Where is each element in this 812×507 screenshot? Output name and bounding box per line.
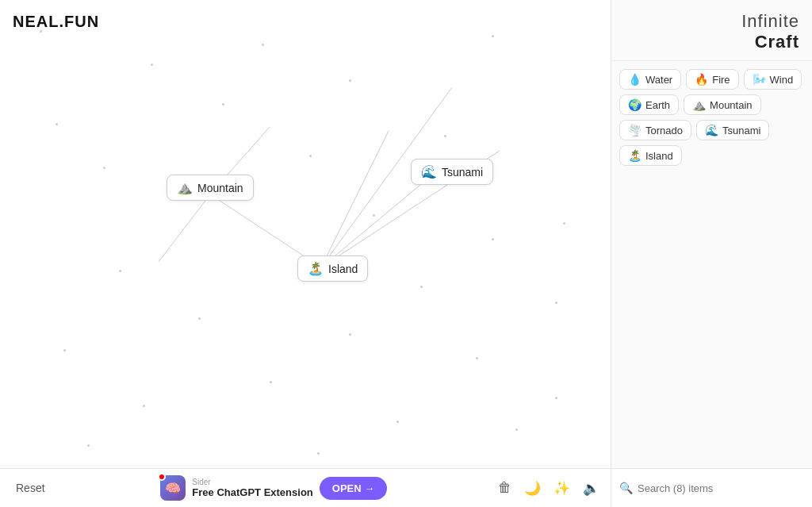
ad-open-button[interactable]: OPEN → <box>320 477 387 500</box>
sidebar-element-tornado[interactable]: 🌪️ Tornado <box>619 120 691 140</box>
tsunami-emoji: 🌊 <box>421 164 437 179</box>
ad-source: Sider <box>192 478 312 486</box>
dot <box>555 302 557 304</box>
dot <box>151 63 153 66</box>
star-icon[interactable]: ✨ <box>553 480 570 497</box>
bottom-bar: Reset 🧠 Sider Free ChatGPT Extension OPE… <box>0 468 812 507</box>
tsunami-label: Tsunami <box>442 166 483 179</box>
svg-line-1 <box>321 173 435 267</box>
moon-icon[interactable]: 🌙 <box>524 480 541 497</box>
volume-icon[interactable]: 🔈 <box>583 480 599 497</box>
dot <box>373 214 375 217</box>
node-tsunami[interactable]: 🌊 Tsunami <box>411 159 493 185</box>
logo: NEAL.FUN <box>13 13 99 31</box>
wind-label: Wind <box>770 74 794 86</box>
dot <box>563 222 565 225</box>
title-line1: Infinite <box>624 11 799 32</box>
sidebar-element-wind[interactable]: 🌬️ Wind <box>744 69 802 90</box>
tornado-label: Tornado <box>645 125 683 136</box>
search-input[interactable] <box>638 482 804 494</box>
tsunami-sidebar-label: Tsunami <box>722 125 760 136</box>
dot <box>56 123 58 125</box>
mountain-emoji: ⛰️ <box>177 180 193 195</box>
earth-emoji: 🌍 <box>628 98 642 111</box>
node-mountain[interactable]: ⛰️ Mountain <box>167 175 254 201</box>
sidebar-element-fire[interactable]: 🔥 Fire <box>686 69 738 90</box>
island-sidebar-emoji: 🏝️ <box>628 149 642 162</box>
search-icon: 🔍 <box>619 482 633 494</box>
ad-title: Free ChatGPT Extension <box>192 486 312 498</box>
dot <box>396 421 399 423</box>
toolbar-icons: 🗑 🌙 ✨ 🔈 <box>487 480 611 497</box>
fire-label: Fire <box>712 74 730 86</box>
mountain-sidebar-emoji: ⛰️ <box>692 98 706 111</box>
ad-icon: 🧠 <box>160 475 186 501</box>
node-island[interactable]: 🏝️ Island <box>297 255 368 282</box>
dot <box>492 35 494 37</box>
dot <box>63 349 66 351</box>
sidebar-element-earth[interactable]: 🌍 Earth <box>619 94 679 115</box>
right-panel: Infinite Craft 💧 Water 🔥 Fire 🌬️ Wind 🌍 … <box>611 0 812 507</box>
dot <box>143 405 145 407</box>
sidebar-element-mountain[interactable]: ⛰️ Mountain <box>684 94 760 115</box>
title-area: Infinite Craft <box>611 0 812 61</box>
sidebar-element-water[interactable]: 💧 Water <box>619 69 681 90</box>
notification-dot <box>158 473 166 481</box>
dot <box>222 103 224 106</box>
mountain-sidebar-label: Mountain <box>710 99 752 111</box>
sidebar-element-island[interactable]: 🏝️ Island <box>619 145 682 166</box>
sidebar-element-tsunami[interactable]: 🌊 Tsunami <box>696 120 769 140</box>
title-line2: Craft <box>624 32 799 52</box>
tsunami-sidebar-emoji: 🌊 <box>705 124 718 136</box>
dot <box>349 333 351 336</box>
dot <box>309 155 312 157</box>
search-area[interactable]: 🔍 <box>611 469 812 507</box>
reset-button[interactable]: Reset <box>0 469 61 507</box>
tornado-emoji: 🌪️ <box>628 124 642 136</box>
dot <box>270 381 272 383</box>
dot <box>119 270 121 272</box>
svg-line-2 <box>321 131 389 267</box>
ad-area: 🧠 Sider Free ChatGPT Extension OPEN → <box>61 475 487 501</box>
dot <box>103 167 105 169</box>
trash-icon[interactable]: 🗑 <box>498 480 511 496</box>
dot <box>87 444 90 447</box>
dot <box>420 286 423 288</box>
fire-emoji: 🔥 <box>695 73 708 86</box>
dot <box>198 317 201 320</box>
connection-lines <box>0 0 611 468</box>
dot <box>444 135 446 137</box>
dot <box>349 79 351 82</box>
canvas-area: ⛰️ Mountain 🌊 Tsunami 🏝️ Island <box>0 0 611 468</box>
earth-label: Earth <box>645 99 670 111</box>
dot <box>317 452 320 455</box>
island-sidebar-label: Island <box>645 150 673 162</box>
dot <box>492 238 494 240</box>
elements-grid: 💧 Water 🔥 Fire 🌬️ Wind 🌍 Earth ⛰️ Mounta… <box>611 61 812 482</box>
wind-emoji: 🌬️ <box>753 73 766 86</box>
dot <box>262 44 264 46</box>
water-label: Water <box>645 74 672 86</box>
dot <box>555 397 557 399</box>
water-emoji: 💧 <box>628 73 642 86</box>
svg-line-6 <box>159 194 210 262</box>
island-emoji: 🏝️ <box>308 261 324 276</box>
mountain-label: Mountain <box>197 182 243 194</box>
dot <box>515 428 518 431</box>
dot <box>476 357 478 359</box>
island-label: Island <box>328 263 358 275</box>
ad-text: Sider Free ChatGPT Extension <box>192 478 312 498</box>
